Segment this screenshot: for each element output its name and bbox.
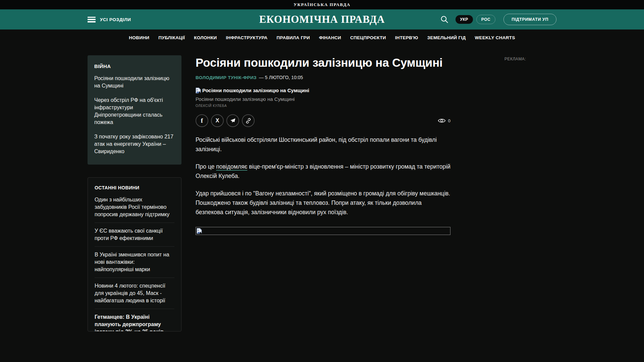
war-section: ВІЙНА Росіяни пошкодили залізницю на Сум… [88,55,181,165]
search-button[interactable] [439,14,449,24]
menu-label: УСІ РОЗДІЛИ [100,17,131,22]
support-up-button[interactable]: ПІДТРИМАТИ УП [503,14,556,25]
lang-toggle-ros[interactable]: РОС [476,15,495,24]
ukrainska-pravda-logo[interactable]: УКРАЇНСЬКА ПРАВДА [293,2,350,7]
nav-item-weekly-charts[interactable]: WEEKLY CHARTS [475,35,515,40]
source-link[interactable]: повідомляє [216,163,247,170]
nav-item-finansy[interactable]: ФІНАНСИ [319,35,341,40]
content-layout: ВІЙНА Росіяни пошкодили залізницю на Сум… [88,55,556,331]
page: { "topbar": { "brand": "УКРАЇНСЬКА ПРАВД… [0,0,644,362]
nav-item-kolonky[interactable]: КОЛОНКИ [194,35,217,40]
share-x-button[interactable]: X [211,114,224,127]
left-sidebar: ВІЙНА Росіяни пошкодили залізницю на Сум… [88,55,181,331]
main-nav: НОВИНИ ПУБЛІКАЦІЇ КОЛОНКИ ІНФРАСТРУКТУРА… [0,29,644,46]
view-count: 0 [448,118,450,123]
up-topbar: УКРАЇНСЬКА ПРАВДА [0,0,644,9]
hamburger-icon [88,17,96,22]
latest-item-2[interactable]: У ЄС вважають свої санкції проти РФ ефек… [95,223,174,247]
header-inner: УСІ РОЗДІЛИ ЕКОНОМІЧНА ПРАВДА УКР РОС ПІ… [88,9,556,29]
paragraph-2: Про це повідомляє віце-прем'єр-міністр з… [196,162,450,181]
image-caption: Росіяни пошкодили залізницю на Сумщині [196,96,450,102]
publish-date: — 5 ЛЮТОГО, 10:05 [259,75,303,80]
broken-image-icon [196,87,201,94]
nav-item-spetsproekty[interactable]: СПЕЦПРОЄКТИ [350,35,386,40]
ekonomichna-pravda-logo[interactable]: ЕКОНОМІЧНА ПРАВДА [259,13,385,25]
latest-news-title: ОСТАННІ НОВИНИ [95,185,174,190]
ad-column: РЕКЛАМА: [504,55,556,61]
nav-item-interviu[interactable]: ІНТЕРВ'Ю [395,35,418,40]
share-telegram-button[interactable] [226,114,239,127]
war-section-title: ВІЙНА [94,63,175,69]
eye-icon [438,118,446,123]
all-sections-menu-button[interactable]: УСІ РОЗДІЛИ [88,17,131,22]
site-header: УСІ РОЗДІЛИ ЕКОНОМІЧНА ПРАВДА УКР РОС ПІ… [0,9,644,29]
byline: ВОЛОДИМИР ТУНІК-ФРИЗ — 5 ЛЮТОГО, 10:05 [196,75,450,80]
image-alt-text: Росіяни пошкодили залізницю на Сумщині [202,87,309,93]
telegram-icon [230,118,236,124]
broken-image-alt-row: Росіяни пошкодили залізницю на Сумщині [196,87,450,94]
broken-image-icon [197,228,202,234]
share-row: f X [196,114,450,127]
nav-item-novyny[interactable]: НОВИНИ [129,35,149,40]
author-link[interactable]: ВОЛОДИМИР ТУНІК-ФРИЗ [196,75,257,80]
paragraph-3: Удар прийшовся і по "Вагону незламності"… [196,189,450,217]
war-item-2[interactable]: Через обстріл РФ на об'єкті інфраструкту… [94,97,175,126]
article-title: Росіяни пошкодили залізницю на Сумщині [196,55,450,70]
broken-image-placeholder [196,227,450,235]
image-credit: ОЛЕКСІЙ КУЛЕБА [196,104,450,108]
latest-news-section: ОСТАННІ НОВИНИ Один з найбільших забудов… [88,177,181,331]
nav-item-pravyla-hry[interactable]: ПРАВИЛА ГРИ [277,35,310,40]
latest-item-5[interactable]: Гетманцев: В Україні планують держпрогра… [95,309,174,331]
article: Росіяни пошкодили залізницю на Сумщині В… [196,55,450,235]
view-counter: 0 [438,118,450,123]
x-twitter-icon: X [216,118,219,124]
paragraph-1: Російські військові обстріляли Шосткинсь… [196,135,450,154]
latest-item-4[interactable]: Новини 4 лютого: спецпенсії для українці… [95,278,174,309]
lang-toggle-ukr[interactable]: УКР [455,15,473,24]
article-figure: Росіяни пошкодили залізницю на Сумщині Р… [196,87,450,108]
nav-item-infrastruktura[interactable]: ІНФРАСТРУКТУРА [226,35,267,40]
search-icon [440,15,449,24]
nav-item-zemelnyi-hid[interactable]: ЗЕМЕЛЬНИЙ ГІД [427,35,466,40]
latest-item-3[interactable]: В Україні зменшився попит на нові вантаж… [95,247,174,278]
war-item-3[interactable]: З початку року зафіксовано 217 атак на е… [94,133,175,155]
paragraph-2-text: Про це [196,163,216,170]
latest-item-1[interactable]: Один з найбільших забудовників Росії тер… [95,192,174,223]
share-copy-link-button[interactable] [242,114,255,127]
nav-item-publikatsii[interactable]: ПУБЛІКАЦІЇ [158,35,185,40]
facebook-icon: f [201,117,203,124]
share-facebook-button[interactable]: f [196,114,208,127]
link-icon [245,118,252,124]
ad-label: РЕКЛАМА: [504,57,556,61]
war-item-1[interactable]: Росіяни пошкодили залізницю на Сумщині [94,75,175,89]
header-right: УКР РОС ПІДТРИМАТИ УП [439,14,556,25]
